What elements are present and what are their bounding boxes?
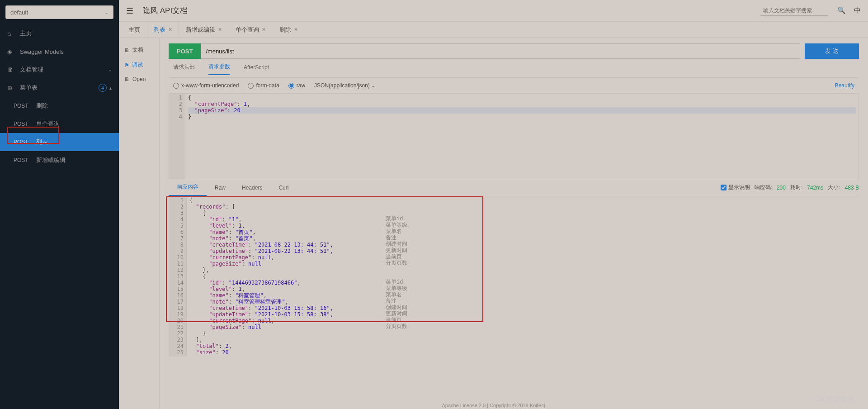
sub-sidebar: 🗎文档⚑调试🗎Open	[119, 38, 160, 409]
request-body-editor[interactable]: 1234 { "currentPage": 1, "pageSize": 20}	[169, 93, 859, 179]
api-item[interactable]: POST列表	[0, 133, 119, 151]
page-title: 隐风 API文档	[142, 5, 760, 16]
group-selector-value: default	[10, 9, 28, 16]
topbar: ☰ 隐风 API文档 🔍 中	[119, 0, 868, 22]
mode-item[interactable]: 🗎Open	[119, 72, 159, 86]
footer: Apache License 2.0 | Copyright © 2019 Kn…	[119, 403, 868, 408]
resp-tab[interactable]: Raw	[207, 179, 234, 196]
nav-label: 文档管理	[20, 66, 43, 74]
content-type-select[interactable]: JSON(application/json) ⌄	[314, 82, 376, 89]
mode-label: 调试	[132, 61, 143, 69]
search-icon[interactable]: 🔍	[837, 6, 846, 15]
caret-up-icon: ▴	[109, 86, 112, 90]
tab[interactable]: 列表✕	[147, 22, 179, 38]
nav-label: 菜单表	[20, 84, 38, 92]
sidebar-item[interactable]: ◈Swagger Models	[0, 43, 119, 61]
nav-label: Swagger Models	[20, 48, 64, 55]
resp-tab[interactable]: 响应内容	[169, 179, 207, 196]
mode-icon: 🗎	[124, 76, 130, 82]
close-icon[interactable]: ✕	[294, 27, 298, 33]
method-label: POST	[14, 157, 36, 163]
resp-tab[interactable]: Curl	[270, 179, 297, 196]
tab-label: 列表	[154, 26, 165, 34]
url-input[interactable]	[201, 43, 800, 59]
tab-label: 主页	[128, 26, 140, 34]
param-tab[interactable]: AfterScript	[244, 64, 269, 74]
api-label: 新增或编辑	[36, 156, 66, 164]
method-label: POST	[14, 103, 36, 109]
tab[interactable]: 单个查询✕	[229, 22, 273, 38]
lang-toggle[interactable]: 中	[854, 6, 861, 15]
mode-item[interactable]: ⚑调试	[119, 57, 159, 72]
param-tabs: 请求头部请求参数AfterScript	[169, 61, 859, 78]
watermark: CSDN @隐 风	[814, 395, 854, 404]
api-item[interactable]: POST删除	[0, 97, 119, 115]
search-input[interactable]	[760, 5, 828, 16]
tab[interactable]: 新增或编辑✕	[179, 22, 229, 38]
body-type-row: x-www-form-urlencoded form-data raw JSON…	[169, 78, 859, 93]
tab[interactable]: 删除✕	[273, 22, 305, 38]
nav-icon: ⌂	[7, 30, 14, 37]
workspace: POST 发 送 请求头部请求参数AfterScript x-www-form-…	[160, 38, 868, 409]
sidebar-item[interactable]: ⌂主页	[0, 24, 119, 43]
nav-icon: ◈	[7, 48, 14, 55]
api-item[interactable]: POST单个查询	[0, 115, 119, 133]
mode-label: Open	[132, 76, 146, 82]
resp-tab[interactable]: Headers	[234, 179, 270, 196]
response-body: 1234567891011121314151617181920212223242…	[169, 196, 859, 409]
radio-raw[interactable]: raw	[288, 82, 305, 89]
url-row: POST 发 送	[169, 43, 859, 59]
radio-formdata[interactable]: form-data	[248, 82, 279, 89]
main: ☰ 隐风 API文档 🔍 中 主页列表✕新增或编辑✕单个查询✕删除✕ 🗎文档⚑调…	[119, 0, 868, 409]
param-tab[interactable]: 请求参数	[208, 63, 230, 75]
chevron-down-icon: ⌄	[104, 10, 108, 15]
resp-size-label: 大小:	[828, 184, 840, 191]
method-label: POST	[14, 139, 36, 145]
resp-code-label: 响应码:	[755, 184, 772, 191]
mode-icon: ⚑	[124, 62, 129, 68]
api-label: 列表	[36, 138, 48, 146]
resp-time-label: 耗时:	[790, 184, 802, 191]
method-label: POST	[14, 121, 36, 127]
tab[interactable]: 主页	[122, 22, 147, 38]
beautify-link[interactable]: Beautify	[835, 82, 854, 89]
mode-icon: 🗎	[124, 47, 130, 53]
send-button[interactable]: 发 送	[805, 43, 859, 59]
tab-bar: 主页列表✕新增或编辑✕单个查询✕删除✕	[119, 22, 868, 38]
tab-label: 单个查询	[236, 26, 259, 34]
resp-time: 742ms	[807, 185, 823, 191]
close-icon[interactable]: ✕	[168, 27, 172, 33]
resp-code: 200	[777, 185, 786, 191]
resp-size: 483 B	[845, 185, 859, 191]
api-item[interactable]: POST新增或编辑	[0, 151, 119, 169]
nav-icon: ⊕	[7, 84, 14, 91]
caret-down-icon: ⌄	[108, 67, 112, 72]
group-selector[interactable]: default ⌄	[5, 5, 113, 19]
sidebar: default ⌄ ⌂主页◈Swagger Models🗎文档管理⌄⊕菜单表4▴…	[0, 0, 119, 409]
close-icon[interactable]: ✕	[262, 27, 266, 33]
tab-label: 删除	[279, 26, 291, 34]
nav-label: 主页	[20, 29, 32, 38]
api-label: 单个查询	[36, 120, 60, 128]
radio-urlencoded[interactable]: x-www-form-urlencoded	[173, 82, 239, 89]
method-badge: POST	[169, 43, 201, 59]
show-desc-checkbox[interactable]: 显示说明	[721, 184, 750, 191]
mode-item[interactable]: 🗎文档	[119, 43, 159, 57]
tab-label: 新增或编辑	[186, 26, 215, 34]
api-label: 删除	[36, 102, 48, 110]
sidebar-item[interactable]: ⊕菜单表4▴	[0, 79, 119, 97]
menu-collapse-icon[interactable]: ☰	[126, 6, 133, 16]
count-badge: 4	[99, 84, 107, 92]
param-tab[interactable]: 请求头部	[173, 63, 195, 75]
close-icon[interactable]: ✕	[218, 27, 222, 33]
sidebar-item[interactable]: 🗎文档管理⌄	[0, 61, 119, 79]
nav-icon: 🗎	[7, 66, 14, 73]
mode-label: 文档	[132, 46, 143, 54]
response-tabs: 响应内容RawHeadersCurl 显示说明 响应码: 200 耗时: 742…	[169, 179, 859, 196]
